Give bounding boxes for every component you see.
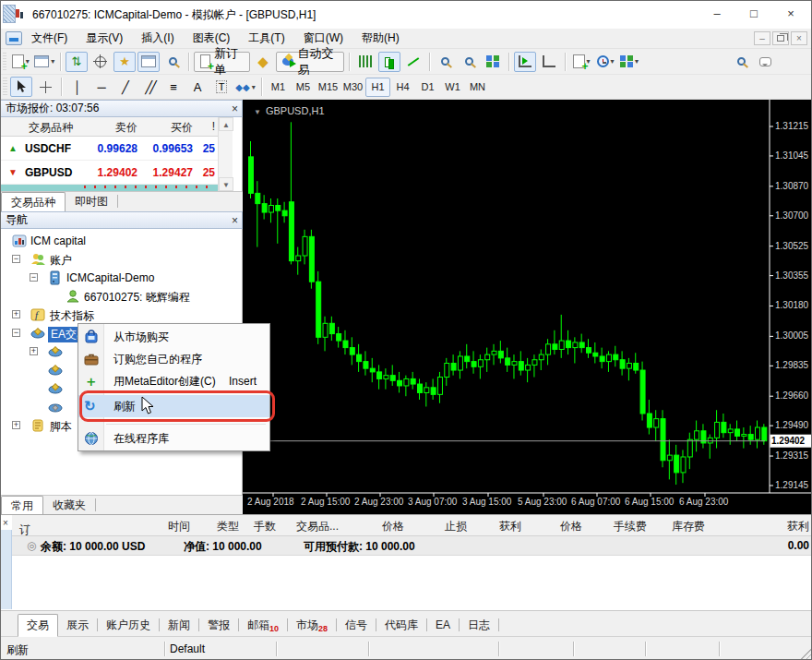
templates-button[interactable]: ▾ [618,52,640,72]
chart-window[interactable]: ▼GBPUSD,H1 1.312151.310451.308701.307001… [243,100,812,514]
period-mn-button[interactable]: MN [465,78,490,97]
tab-news[interactable]: 新闻 [160,616,198,636]
bar-chart-button[interactable] [354,52,376,72]
col-profit[interactable]: 获利 [745,519,809,534]
tab-signals[interactable]: 信号 [337,616,376,636]
arrows-tool-button[interactable]: ◆◆▾ [234,77,257,97]
line-chart-button[interactable] [402,52,424,72]
market-watch-toggle-button[interactable]: ⇅ [66,52,88,72]
tab-mailbox[interactable]: 邮箱10 [239,616,287,636]
menu-item-create-metaeditor[interactable]: ＋ 用MetaEditor创建(C) Insert [78,370,269,392]
tab-experts[interactable]: EA [427,616,459,636]
cursor-tool-button[interactable] [10,77,32,97]
window-maximize-button[interactable]: □ [735,1,772,27]
expand-icon[interactable]: + [12,421,20,429]
tab-code-base[interactable]: 代码库 [376,616,426,636]
tab-account-history[interactable]: 账户历史 [98,616,159,636]
col-symbol[interactable]: 交易品种 [29,120,73,136]
collapse-icon[interactable]: − [12,255,20,263]
auto-scroll-button[interactable] [514,52,536,72]
period-m1-button[interactable]: M1 [266,78,291,97]
tile-windows-button[interactable] [482,52,504,72]
period-d1-button[interactable]: D1 [415,78,440,97]
col-ask[interactable]: 买价 [137,120,193,136]
collapse-icon[interactable]: − [30,273,38,282]
navigator-close-icon[interactable]: × [232,213,238,229]
tab-journal[interactable]: 日志 [460,616,498,636]
terminal-side-strip[interactable] [1,530,12,609]
col-takeprofit[interactable]: 获利 [466,519,521,534]
trendline-tool-button[interactable]: ╱ [114,77,137,97]
tab-exposure[interactable]: 展示 [58,616,97,636]
market-watch-row-usdchf[interactable]: ▲ USDCHF 0.99628 0.99653 25 [1,137,219,161]
col-bid[interactable]: 卖价 [82,120,137,136]
toolbar-grip[interactable] [3,53,6,71]
expand-icon[interactable]: + [30,347,38,355]
channel-tool-button[interactable]: ╱╱ [138,77,161,97]
tab-alerts[interactable]: 警报 [199,616,238,636]
tab-common[interactable]: 常用 [1,496,43,516]
profiles-button[interactable]: ▾ [33,52,55,72]
scroll-up-icon[interactable]: ▲ [219,117,233,131]
zoom-out-button[interactable] [458,52,480,72]
expand-icon[interactable]: + [12,310,20,318]
period-m30-button[interactable]: M30 [340,78,365,97]
menu-item-online-library[interactable]: 在线程序库 [78,427,269,450]
fibonacci-tool-button[interactable]: ≡ [162,77,185,97]
tab-tick-chart[interactable]: 即时图 [66,193,117,211]
collapse-icon[interactable]: − [12,329,20,337]
col-lots[interactable]: 手数 [221,519,276,534]
strategy-tester-button[interactable] [161,52,184,72]
scroll-down-icon[interactable]: ▼ [219,177,233,191]
menu-help[interactable]: 帮助(H) [352,29,409,48]
window-minimize-button[interactable]: – [699,1,735,27]
tab-trade[interactable]: 交易 [18,614,58,637]
autotrading-button[interactable]: 自动交易 [276,52,344,72]
period-h4-button[interactable]: H4 [390,78,415,97]
market-watch-scrollbar[interactable]: ▲ ▼ [218,117,233,191]
metaeditor-button[interactable]: ◆ [252,52,274,72]
search-button[interactable] [730,52,752,72]
col-stoploss[interactable]: 止损 [412,519,467,534]
period-m15-button[interactable]: M15 [316,78,340,97]
data-window-button[interactable] [90,52,112,72]
new-order-button[interactable]: +新订单 [194,52,250,72]
new-chart-button[interactable]: +▾ [9,52,31,72]
menu-item-buy-from-market[interactable]: 从市场购买 [78,326,269,348]
chart-close-button[interactable]: × [791,31,807,45]
text-tool-button[interactable]: A [186,77,209,97]
col-spread[interactable]: ! [191,120,215,133]
chart-shift-button[interactable] [538,52,560,72]
period-w1-button[interactable]: W1 [440,78,465,97]
zoom-in-button[interactable] [434,52,456,72]
chat-button[interactable] [754,52,776,72]
indicators-button[interactable]: +▾ [570,52,592,72]
menu-insert[interactable]: 插入(I) [132,29,183,48]
balance-row[interactable]: ◎ 余额: 10 000.00 USD 净值: 10 000.00 可用预付款:… [12,536,812,556]
window-close-button[interactable]: × [772,1,809,27]
status-profile[interactable]: Default [170,642,205,655]
chart-dropdown-icon[interactable]: ▼ [254,108,261,116]
crosshair-tool-button[interactable] [34,77,56,97]
menu-tools[interactable]: 工具(T) [239,29,293,48]
terminal-toggle-button[interactable] [137,52,160,72]
menu-view[interactable]: 显示(V) [77,29,132,48]
market-watch-partial-row[interactable] [1,185,219,191]
period-h1-button[interactable]: H1 [365,78,390,97]
chart-minimize-button[interactable]: – [754,31,770,45]
candlestick-chart-button[interactable] [378,52,400,72]
col-swap[interactable]: 库存费 [640,519,705,534]
navigator-toggle-button[interactable]: ★ [113,52,136,72]
col-time[interactable]: 时间 [135,519,190,534]
col-open-price[interactable]: 价格 [349,519,404,534]
horizontal-line-tool-button[interactable]: ─ [90,77,113,97]
menu-item-refresh[interactable]: ↻ 刷新 [78,395,269,417]
toolbar-grip2[interactable] [3,78,7,96]
market-watch-close-icon[interactable]: × [232,102,238,117]
menu-file[interactable]: 文件(F) [22,29,77,48]
col-commission[interactable]: 手续费 [582,519,647,534]
tab-market[interactable]: 市场28 [288,616,336,636]
periods-button[interactable]: ▾ [594,52,616,72]
col-symbol[interactable]: 交易品... [296,519,339,534]
period-m5-button[interactable]: M5 [291,78,316,97]
